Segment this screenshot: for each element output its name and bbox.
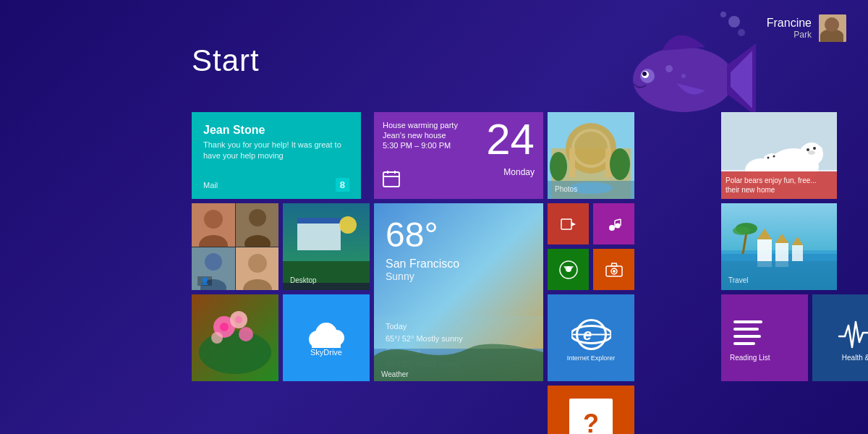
weather-condition: Sunny bbox=[386, 271, 532, 282]
ie-tile[interactable]: e Internet Explorer bbox=[548, 294, 634, 381]
svg-point-33 bbox=[199, 331, 271, 374]
user-info[interactable]: Francine Park bbox=[767, 14, 846, 42]
svg-point-37 bbox=[211, 332, 223, 344]
travel-tile[interactable]: Travel bbox=[721, 203, 837, 290]
reading-icon bbox=[730, 315, 766, 351]
help-tile[interactable]: ? Help + Tips bbox=[548, 386, 634, 434]
svg-point-8 bbox=[642, 72, 647, 76]
reading-list-label: Reading List bbox=[730, 354, 770, 362]
desktop-tile[interactable]: Desktop bbox=[283, 203, 370, 290]
music-icon bbox=[606, 216, 622, 232]
weather-city: San Francisco bbox=[386, 258, 532, 271]
cal-day: 24 bbox=[486, 118, 535, 161]
svg-rect-119 bbox=[733, 335, 761, 338]
camera-tile[interactable] bbox=[593, 249, 634, 290]
svg-rect-116 bbox=[775, 261, 788, 267]
help-question-icon: ? bbox=[583, 409, 599, 434]
svg-rect-30 bbox=[297, 218, 341, 224]
xbox-tile[interactable] bbox=[548, 249, 589, 290]
start-title: Start bbox=[192, 43, 260, 78]
svg-point-10 bbox=[681, 74, 686, 78]
svg-point-9 bbox=[665, 65, 673, 72]
mail-count: 8 bbox=[336, 178, 349, 192]
svg-marker-63 bbox=[571, 222, 576, 226]
svg-rect-108 bbox=[775, 243, 788, 261]
svg-point-31 bbox=[339, 216, 357, 234]
health-icon bbox=[838, 315, 868, 351]
svg-rect-110 bbox=[792, 245, 803, 261]
desktop-label: Desktop bbox=[290, 276, 317, 284]
weather-label: Weather bbox=[381, 370, 409, 378]
svg-point-0 bbox=[728, 16, 740, 27]
mail-label: Mail bbox=[203, 181, 218, 190]
camera-icon bbox=[605, 263, 623, 277]
svg-rect-11 bbox=[819, 14, 846, 42]
skydrive-tile[interactable]: SkyDrive bbox=[283, 294, 370, 381]
svg-point-70 bbox=[566, 266, 571, 272]
svg-point-12 bbox=[826, 18, 839, 31]
mail-from: Jean Stone bbox=[203, 124, 349, 137]
help-book-icon: ? bbox=[569, 399, 613, 434]
ie-label: Internet Explorer bbox=[563, 354, 619, 362]
svg-point-59 bbox=[550, 152, 567, 181]
svg-rect-115 bbox=[757, 260, 772, 267]
tile-column-4: Polar bears enjoy fun, free... their new… bbox=[721, 112, 868, 434]
svg-point-92 bbox=[808, 150, 815, 155]
news-headline: Polar bears enjoy fun, free... bbox=[726, 176, 833, 185]
svg-point-88 bbox=[815, 146, 822, 153]
mail-tile[interactable]: Jean Stone Thank you for your help! It w… bbox=[192, 112, 361, 199]
reading-list-tile[interactable]: Reading List bbox=[721, 294, 808, 381]
svg-rect-120 bbox=[733, 342, 755, 345]
people-tile[interactable]: 👤 bbox=[192, 203, 278, 290]
calendar-icon bbox=[383, 170, 400, 187]
svg-point-91 bbox=[807, 148, 809, 151]
video-icon bbox=[561, 216, 576, 232]
svg-point-90 bbox=[813, 147, 816, 150]
svg-rect-43 bbox=[312, 338, 341, 348]
svg-text:e: e bbox=[583, 326, 592, 344]
svg-rect-49 bbox=[374, 316, 543, 349]
video-tile[interactable] bbox=[548, 203, 589, 244]
svg-point-39 bbox=[235, 316, 242, 323]
svg-point-64 bbox=[609, 225, 615, 231]
avatar[interactable] bbox=[819, 14, 846, 42]
tiles-container: Jean Stone Thank you for your help! It w… bbox=[192, 112, 868, 434]
svg-line-67 bbox=[615, 219, 621, 221]
weather-temp: 68° bbox=[386, 215, 532, 255]
row-reading-health: Reading List Health & bbox=[721, 294, 868, 381]
svg-point-95 bbox=[775, 156, 780, 161]
svg-point-21 bbox=[205, 253, 222, 271]
photos-tile[interactable]: Photos bbox=[548, 112, 634, 199]
svg-rect-44 bbox=[383, 172, 399, 187]
people-label-icon: 👤 bbox=[197, 276, 212, 286]
health-tile[interactable]: Health & bbox=[812, 294, 868, 381]
flower-tile[interactable] bbox=[192, 294, 278, 381]
person-photo-1 bbox=[192, 203, 235, 247]
travel-label: Travel bbox=[728, 276, 748, 284]
svg-point-38 bbox=[220, 323, 229, 331]
photos-label: Photos bbox=[555, 185, 577, 193]
health-label: Health & bbox=[842, 354, 868, 362]
music-tile[interactable] bbox=[593, 203, 634, 244]
calendar-tile[interactable]: House warming party Jean's new house 5:3… bbox=[374, 112, 543, 199]
skydrive-label: SkyDrive bbox=[310, 348, 342, 357]
svg-point-2 bbox=[738, 29, 745, 36]
polar-bear-tile[interactable]: Polar bears enjoy fun, free... their new… bbox=[721, 112, 837, 199]
tile-column-3: Photos bbox=[548, 112, 717, 434]
row-people-desktop: 👤 bbox=[192, 203, 370, 290]
weather-tile[interactable]: 68° San Francisco Sunny Today 65°/ 52° M… bbox=[374, 203, 543, 381]
svg-point-114 bbox=[733, 226, 750, 235]
ie-icon: e bbox=[571, 315, 611, 354]
tile-column-1: Jean Stone Thank you for your help! It w… bbox=[192, 112, 370, 434]
news-subheadline: their new home bbox=[726, 185, 833, 195]
svg-point-1 bbox=[720, 12, 726, 17]
user-name-text: Francine Park bbox=[767, 17, 812, 40]
xbox-icon bbox=[559, 260, 578, 279]
cal-weekday: Monday bbox=[503, 167, 535, 177]
svg-point-65 bbox=[615, 223, 620, 228]
svg-point-15 bbox=[204, 210, 223, 229]
user-first-name: Francine bbox=[767, 17, 812, 30]
svg-point-97 bbox=[773, 156, 775, 158]
svg-rect-117 bbox=[733, 320, 762, 323]
row-skydrive: SkyDrive bbox=[192, 294, 370, 381]
